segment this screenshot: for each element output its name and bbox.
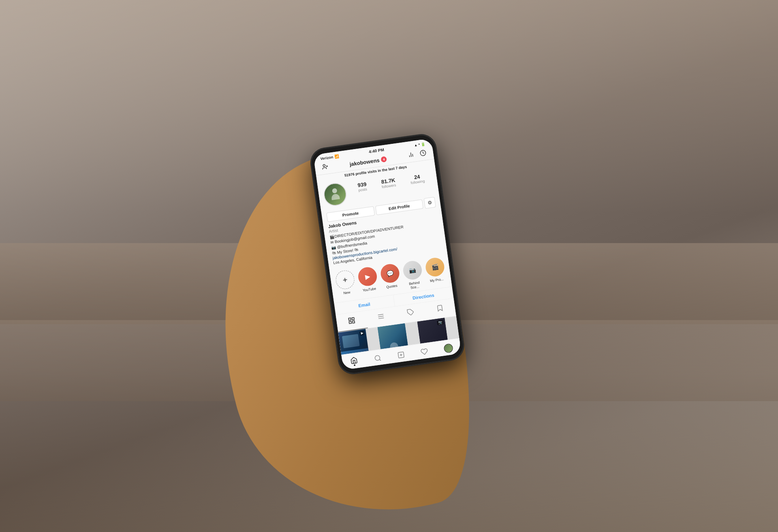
highlight-circle-youtube: ▶: [357, 266, 378, 287]
bluetooth-icon: *: [418, 143, 420, 146]
active-dot: [354, 364, 356, 366]
nav-add-post[interactable]: [397, 350, 406, 359]
nav-search[interactable]: [373, 354, 382, 362]
visits-count: 51976: [344, 172, 355, 177]
nav-home[interactable]: [350, 356, 359, 366]
status-right: ▲ * 🔋: [414, 142, 425, 147]
highlight-label-mypro: My Pro...: [430, 277, 444, 283]
highlight-new[interactable]: + New: [335, 269, 357, 300]
avatar-container[interactable]: [322, 182, 348, 207]
nav-right-icons: [407, 149, 427, 160]
scene: Verizon 📶 4:40 PM ▲ * 🔋: [247, 43, 531, 489]
highlight-label-quotes: Quotes: [386, 284, 398, 289]
carrier-text: Verizon: [320, 155, 333, 160]
posts-stat: 939 posts: [357, 181, 368, 192]
settings-button[interactable]: ⚙: [424, 197, 436, 209]
thumb-overlay-1: ▶: [359, 331, 365, 336]
add-person-icon[interactable]: [321, 163, 329, 172]
svg-line-11: [378, 314, 383, 315]
svg-line-4: [410, 152, 411, 157]
notification-badge: 4: [380, 156, 387, 162]
svg-point-0: [323, 164, 325, 167]
nav-profile[interactable]: [443, 343, 453, 353]
nav-heart[interactable]: [420, 347, 429, 356]
wifi-icon: 📶: [334, 154, 339, 158]
highlight-label-new: New: [343, 290, 351, 295]
posts-label: posts: [358, 187, 368, 192]
highlight-circle-mypro: 🎬: [425, 256, 446, 278]
username-text: jakobowens: [349, 157, 380, 167]
avatar-head: [332, 188, 338, 194]
profile-avatar: [322, 182, 348, 207]
svg-line-13: [378, 318, 384, 318]
username-display: jakobowens 4: [349, 156, 387, 167]
svg-line-3: [413, 154, 413, 156]
highlight-label-youtube: YouTube: [362, 286, 376, 293]
svg-line-12: [378, 316, 384, 317]
svg-rect-9: [349, 321, 351, 324]
svg-line-5: [409, 155, 410, 157]
svg-rect-8: [352, 318, 354, 320]
signal-icon: ▲: [414, 143, 417, 147]
highlight-quotes[interactable]: 💬 Quotes: [380, 263, 402, 294]
svg-line-16: [379, 359, 381, 361]
svg-rect-10: [352, 321, 355, 323]
highlight-youtube[interactable]: ▶ YouTube: [357, 266, 379, 297]
avatar-body: [331, 193, 340, 200]
avatar-person: [328, 187, 342, 201]
power-button: [439, 173, 442, 188]
followers-stat: 81.7K followers: [380, 177, 396, 189]
highlight-circle-quotes: 💬: [380, 263, 401, 284]
following-stat: 24 following: [410, 173, 425, 185]
highlight-label-behind: Behind Sce...: [405, 280, 424, 291]
insights-icon[interactable]: [407, 151, 415, 160]
clock-icon[interactable]: [419, 149, 427, 158]
avatar-inner: [323, 182, 347, 206]
svg-rect-7: [348, 318, 351, 320]
highlight-mypro[interactable]: 🎬 My Pro...: [425, 256, 447, 287]
highlight-circle-behind: 📷: [402, 260, 423, 281]
battery-icon: 🔋: [421, 142, 425, 146]
highlight-behind[interactable]: 📷 Behind Sce...: [402, 260, 424, 291]
highlight-circle-new: +: [335, 269, 356, 290]
